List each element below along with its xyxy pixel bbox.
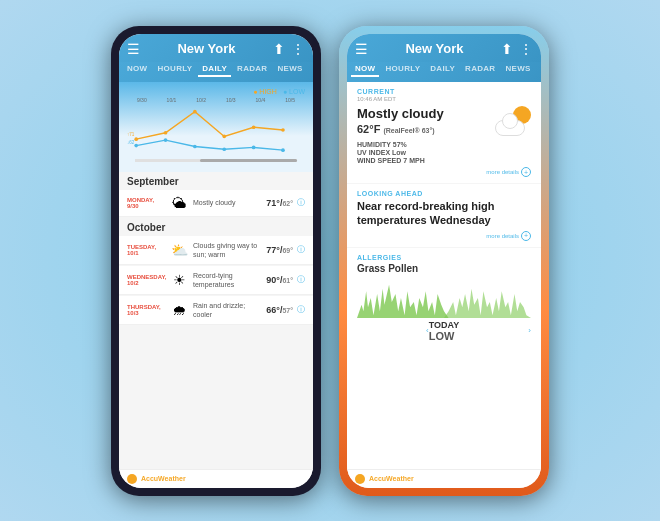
uv-label: UV INDEX [357,149,390,156]
allergy-chart [357,278,531,318]
phone2-footer: AccuWeather [347,469,541,488]
more-details-current[interactable]: more details + [357,167,531,177]
hamburger-icon-2[interactable]: ☰ [355,41,368,57]
svg-point-5 [281,128,285,132]
day-label: MONDAY, 9/30 [127,197,165,209]
phone2-screen: ☰ New York ⬆ ⋮ NOW HOURLY DAILY RADAR NE… [347,34,541,488]
more-details-ahead[interactable]: more details + [357,231,531,241]
menu-icon-1[interactable]: ⋮ [291,41,305,57]
current-condition: Mostly cloudy [357,106,444,122]
day-description: Clouds giving way to sun; warm [193,241,262,259]
humidity-row: HUMIDITY 57% [357,141,531,148]
looking-ahead-headline: Near record-breaking high temperatures W… [357,199,531,228]
table-row[interactable]: WEDNESDAY, 10/2 ☀ Record-tying temperatu… [119,266,313,295]
svg-point-1 [164,130,168,134]
more-details-ahead-label: more details [486,233,519,239]
share-icon-1[interactable]: ⬆ [273,41,285,57]
app-title-2: New York [405,41,463,56]
legend-low: ● LOW [283,88,305,95]
date-4: 10/4 [256,97,266,103]
day-temp: 71°/62° [266,198,293,208]
svg-point-4 [252,125,256,129]
scroll-bar[interactable] [135,159,297,162]
tab-now-1[interactable]: NOW [123,62,151,77]
date-2: 10/2 [196,97,206,103]
date-0: 9/30 [137,97,147,103]
more-details-icon[interactable]: + [521,167,531,177]
day-label: WEDNESDAY, 10/2 [127,274,165,286]
high-temp: 66° [266,305,280,315]
table-row[interactable]: THURSDAY, 10/3 🌧 Rain and drizzle; coole… [119,296,313,325]
row-info-icon[interactable]: ⓘ [297,274,305,285]
tab-hourly-2[interactable]: HOURLY [381,62,424,77]
more-details-label: more details [486,169,519,175]
date-5: 10/5 [285,97,295,103]
tab-now-2[interactable]: NOW [351,62,379,77]
looking-ahead-card: LOOKING AHEAD Near record-breaking high … [347,184,541,247]
header-actions-2: ⬆ ⋮ [501,41,533,57]
phone1: ☰ New York ⬆ ⋮ NOW HOURLY DAILY RADAR NE… [111,26,321,496]
scroll-thumb [200,159,297,162]
allergy-today-block: TODAY LOW [429,320,460,342]
low-temp: 57° [282,307,293,314]
wind-row: WIND SPEED 7 MPH [357,157,531,164]
hamburger-icon[interactable]: ☰ [127,41,140,57]
october-header: October [119,218,313,235]
tab-radar-2[interactable]: RADAR [461,62,499,77]
svg-point-2 [193,109,197,113]
current-condition-block: Mostly cloudy 62°F (RealFeel® 63°) [357,106,444,138]
header-bar-2: ☰ New York ⬆ ⋮ [347,34,541,62]
svg-point-11 [281,148,285,152]
share-icon-2[interactable]: ⬆ [501,41,513,57]
day-temp: 90°/61° [266,275,293,285]
current-time: 10:46 AM EDT [357,96,531,102]
row-info-icon[interactable]: ⓘ [297,244,305,255]
date-3: 10/3 [226,97,236,103]
tab-news-1[interactable]: NEWS [273,62,306,77]
tab-daily-2[interactable]: DAILY [426,62,459,77]
pollen-type: Grass Pollen [357,263,531,274]
high-temp: 77° [266,245,280,255]
tab-hourly-1[interactable]: HOURLY [153,62,196,77]
phone1-screen: ☰ New York ⬆ ⋮ NOW HOURLY DAILY RADAR NE… [119,34,313,488]
row-info-icon[interactable]: ⓘ [297,197,305,208]
current-weather-row: Mostly cloudy 62°F (RealFeel® 63°) [357,106,531,138]
weather-icon: 🌥 [169,195,189,211]
day-temp: 77°/69° [266,245,293,255]
current-details: HUMIDITY 57% UV INDEX Low WIND SPEED 7 M… [357,141,531,164]
svg-point-3 [222,134,226,138]
next-day-icon[interactable]: › [528,326,531,335]
tab-news-2[interactable]: NEWS [501,62,534,77]
uv-value: Low [392,149,406,156]
table-row[interactable]: TUESDAY, 10/1 ⛅ Clouds giving way to sun… [119,236,313,265]
tab-radar-1[interactable]: RADAR [233,62,271,77]
svg-text:↑71: ↑71 [127,132,135,137]
now-content: CURRENT 10:46 AM EDT Mostly cloudy 62°F … [347,82,541,469]
table-row[interactable]: MONDAY, 9/30 🌥 Mostly cloudy 71°/62° ⓘ [119,190,313,217]
day-label: THURSDAY, 10/3 [127,304,165,316]
current-card: CURRENT 10:46 AM EDT Mostly cloudy 62°F … [347,82,541,184]
cloud-icon [495,120,525,136]
more-details-ahead-icon[interactable]: + [521,231,531,241]
row-info-icon[interactable]: ⓘ [297,304,305,315]
svg-text:↓62: ↓62 [127,139,135,144]
menu-icon-2[interactable]: ⋮ [519,41,533,57]
tab-daily-1[interactable]: DAILY [198,62,231,77]
low-temp: 62° [282,200,293,207]
phone1-footer: AccuWeather [119,469,313,488]
humidity-label: HUMIDITY [357,141,391,148]
header-actions-1: ⬆ ⋮ [273,41,305,57]
day-description: Rain and drizzle; cooler [193,301,262,319]
wind-label: WIND SPEED [357,157,401,164]
svg-point-6 [134,143,138,147]
high-temp: 71° [266,198,280,208]
svg-point-10 [252,145,256,149]
svg-point-7 [164,138,168,142]
day-temp: 66°/57° [266,305,293,315]
daily-content: September MONDAY, 9/30 🌥 Mostly cloudy 7… [119,172,313,469]
legend-high: ● HIGH [253,88,277,95]
wind-value: 7 MPH [403,157,424,164]
svg-point-0 [134,137,138,141]
chart-area: ● HIGH ● LOW 9/30 10/1 10/2 10/3 10/4 10… [119,82,313,172]
low-temp: 61° [282,277,293,284]
